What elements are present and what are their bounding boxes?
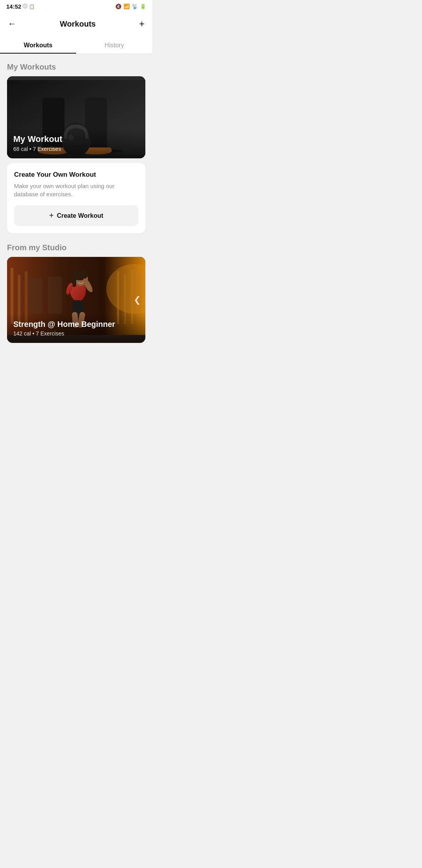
workout-calories: 68 cal bbox=[13, 146, 28, 152]
workout-card-title: My Workout bbox=[13, 134, 139, 144]
create-workout-card: Create Your Own Workout Make your own wo… bbox=[7, 163, 145, 233]
studio-workout-card[interactable]: Strength @ Home Beginner 142 cal • 7 Exe… bbox=[7, 257, 145, 343]
status-left: 14:52 ⓘ 📋 bbox=[6, 3, 35, 10]
battery-icon: 🔋 bbox=[140, 4, 146, 9]
workout-card-overlay: My Workout 68 cal • 7 Exercises bbox=[7, 128, 145, 158]
status-time: 14:52 bbox=[6, 3, 21, 10]
studio-nav-arrow[interactable]: ❮ bbox=[134, 295, 141, 305]
clipboard-icon: 📋 bbox=[29, 4, 35, 9]
mute-icon: 🔇 bbox=[115, 4, 122, 9]
create-workout-title: Create Your Own Workout bbox=[14, 171, 138, 179]
status-bar: 14:52 ⓘ 📋 🔇 📶 📡 🔋 bbox=[0, 0, 152, 12]
tab-bar: Workouts History bbox=[0, 36, 152, 54]
studio-card-meta: 142 cal • 7 Exercises bbox=[13, 330, 139, 337]
create-workout-button-label: Create Workout bbox=[57, 212, 103, 219]
studio-exercises: 7 Exercises bbox=[36, 330, 64, 337]
studio-card-title: Strength @ Home Beginner bbox=[13, 320, 139, 329]
app-header: ← Workouts + bbox=[0, 12, 152, 36]
tab-history[interactable]: History bbox=[76, 36, 152, 54]
studio-dot: • bbox=[32, 330, 34, 337]
status-right-icons: 🔇 📶 📡 🔋 bbox=[115, 4, 146, 9]
svg-rect-17 bbox=[28, 278, 42, 314]
studio-calories: 142 cal bbox=[13, 330, 31, 337]
main-content: My Workouts bbox=[0, 54, 152, 351]
create-workout-button[interactable]: + Create Workout bbox=[14, 205, 138, 226]
workout-dot: • bbox=[29, 146, 31, 152]
create-workout-description: Make your own workout plan using our dat… bbox=[14, 182, 138, 198]
wifi-icon: 📶 bbox=[123, 4, 130, 9]
my-workouts-section-header: My Workouts bbox=[0, 54, 152, 76]
signal-icon: 📡 bbox=[132, 4, 138, 9]
studio-section-header: From my Studio bbox=[0, 233, 152, 257]
studio-card-overlay: Strength @ Home Beginner 142 cal • 7 Exe… bbox=[7, 314, 145, 343]
workout-exercises: 7 Exercises bbox=[33, 146, 61, 152]
my-workout-card[interactable]: My Workout 68 cal • 7 Exercises bbox=[7, 76, 145, 158]
info-icon: ⓘ bbox=[23, 3, 27, 10]
add-button[interactable]: + bbox=[138, 17, 146, 31]
workout-card-meta: 68 cal • 7 Exercises bbox=[13, 146, 139, 152]
tab-workouts[interactable]: Workouts bbox=[0, 36, 76, 54]
back-button[interactable]: ← bbox=[6, 17, 18, 30]
create-plus-icon: + bbox=[49, 211, 54, 220]
svg-rect-18 bbox=[48, 276, 62, 314]
page-title: Workouts bbox=[60, 20, 96, 29]
